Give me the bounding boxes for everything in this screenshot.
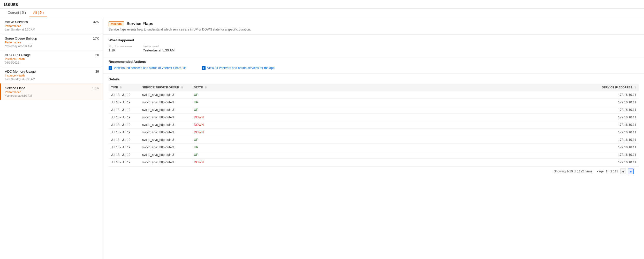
issue-category-1: Performance	[5, 24, 99, 27]
cell-ip-8: 172.16.10.11	[599, 151, 639, 159]
cell-ip-5: 172.16.10.11	[599, 129, 639, 136]
tab-all[interactable]: All ( 5 )	[29, 9, 47, 17]
cell-state-0: UP	[191, 91, 599, 99]
cell-ip-4: 172.16.10.11	[599, 121, 639, 129]
last-occurred-value: Yesterday at 5:30 AM	[143, 48, 175, 52]
main-content: Active Services 32K Performance Last Sun…	[0, 17, 644, 259]
table-row: Jul 18 - Jul 19 svc-lb_srvc_http-bulk-3 …	[109, 151, 639, 159]
issue-name-5: Service Flaps	[5, 86, 25, 90]
cell-state-7: UP	[191, 144, 599, 151]
cell-ip-7: 172.16.10.11	[599, 144, 639, 151]
action-link-2[interactable]: View All Vservers and bound services for…	[202, 66, 275, 70]
prev-page-button[interactable]: ◀	[620, 169, 626, 174]
detail-subtitle: Service flaps events help to understand …	[109, 28, 639, 31]
action-icon-2	[202, 66, 206, 70]
action-link-1[interactable]: View bound services and status of Vserve…	[109, 66, 186, 70]
issue-category-2: Performance	[5, 41, 99, 44]
cell-state-8: UP	[191, 151, 599, 159]
cell-ip-2: 172.16.10.11	[599, 106, 639, 114]
pagination: Page 1 of 113 ◀ ▶	[596, 169, 634, 174]
cell-service-5: svc-lb_srvc_http-bulk-3	[140, 129, 191, 136]
sort-icon-time: ⇅	[120, 86, 122, 89]
cell-time-9: Jul 18 - Jul 19	[109, 159, 140, 166]
occurrences-value: 1.1K	[109, 48, 132, 52]
issue-name-1: Active Services	[5, 20, 28, 24]
details-table: TIME ⇅ SERVICE/SERVICE GROUP ⇅ STATE ⇅	[109, 84, 639, 166]
cell-service-9: svc-lb_srvc_http-bulk-3	[140, 159, 191, 166]
occurrences-stat: No. of occurrences 1.1K	[109, 45, 132, 52]
issue-item-1[interactable]: Active Services 32K Performance Last Sun…	[0, 17, 103, 34]
table-row: Jul 18 - Jul 19 svc-lb_srvc_http-bulk-3 …	[109, 106, 639, 114]
issues-sidebar: Active Services 32K Performance Last Sun…	[0, 17, 103, 259]
cell-state-3: DOWN	[191, 114, 599, 121]
cell-time-3: Jul 18 - Jul 19	[109, 114, 140, 121]
showing-text: Showing 1-10 of 1122 items	[554, 170, 592, 173]
issue-time-1: Last Sunday at 5:30 AM	[5, 28, 99, 31]
table-header-row: TIME ⇅ SERVICE/SERVICE GROUP ⇅ STATE ⇅	[109, 84, 639, 91]
table-row: Jul 18 - Jul 19 svc-lb_srvc_http-bulk-3 …	[109, 99, 639, 106]
issue-count-1: 32K	[93, 20, 99, 24]
details-section: Details TIME ⇅ SERVICE/SERVICE GROUP ⇅	[103, 74, 644, 180]
issue-time-4: Last Sunday at 5:30 AM	[5, 78, 99, 81]
cell-state-2: UP	[191, 106, 599, 114]
issue-time-3: 06/19/2022	[5, 61, 99, 64]
sort-icon-service: ⇅	[181, 86, 183, 89]
col-header-ip[interactable]: SERVICE IP ADDRESS ⇅	[599, 84, 639, 91]
what-happened-section: What Happened No. of occurrences 1.1K La…	[103, 35, 644, 56]
sort-icon-state: ⇅	[205, 86, 207, 89]
cell-ip-0: 172.16.10.11	[599, 91, 639, 99]
cell-state-1: UP	[191, 99, 599, 106]
tab-current[interactable]: Current ( 0 )	[4, 9, 29, 17]
cell-service-2: svc-lb_srvc_http-bulk-3	[140, 106, 191, 114]
page-header: ISSUES	[0, 0, 644, 9]
cell-service-8: svc-lb_srvc_http-bulk-3	[140, 151, 191, 159]
cell-time-8: Jul 18 - Jul 19	[109, 151, 140, 159]
actions-row: View bound services and status of Vserve…	[109, 66, 639, 70]
action-icon-1	[109, 66, 112, 70]
cell-time-0: Jul 18 - Jul 19	[109, 91, 140, 99]
cell-service-7: svc-lb_srvc_http-bulk-3	[140, 144, 191, 151]
issue-item-5[interactable]: Service Flaps 1.1K Performance Yesterday…	[0, 83, 103, 100]
issue-item-2[interactable]: Surge Queue Buildup 17K Performance Yest…	[0, 34, 103, 50]
action-label-1: View bound services and status of Vserve…	[114, 66, 186, 70]
detail-title: Service Flaps	[127, 21, 153, 26]
cell-ip-3: 172.16.10.11	[599, 114, 639, 121]
cell-service-3: svc-lb_srvc_http-bulk-3	[140, 114, 191, 121]
page-label: Page	[596, 170, 604, 173]
col-header-state[interactable]: STATE ⇅	[191, 84, 599, 91]
what-happened-title: What Happened	[109, 38, 639, 42]
severity-badge: Medium	[109, 21, 124, 26]
issue-item-3[interactable]: ADC CPU Usage 20 Instance Health 06/19/2…	[0, 50, 103, 67]
occurrences-label: No. of occurrences	[109, 45, 132, 48]
cell-ip-6: 172.16.10.11	[599, 136, 639, 144]
details-title: Details	[109, 77, 639, 81]
cell-time-5: Jul 18 - Jul 19	[109, 129, 140, 136]
issue-count-3: 20	[95, 53, 99, 57]
issue-count-2: 17K	[93, 36, 99, 40]
issue-time-5: Yesterday at 5:30 AM	[5, 94, 99, 97]
issue-item-4[interactable]: ADC Memory Usage 39 Instance Health Last…	[0, 67, 103, 83]
page-of: of 113	[610, 170, 618, 173]
sort-icon-ip: ⇅	[634, 86, 636, 89]
detail-panel: Medium Service Flaps Service flaps event…	[103, 17, 644, 259]
cell-ip-9: 172.16.10.11	[599, 159, 639, 166]
page-current: 1	[606, 170, 608, 173]
cell-time-1: Jul 18 - Jul 19	[109, 99, 140, 106]
issue-time-2: Yesterday at 5:30 AM	[5, 44, 99, 48]
cell-service-6: svc-lb_srvc_http-bulk-3	[140, 136, 191, 144]
tab-bar: Current ( 0 ) All ( 5 )	[0, 9, 644, 17]
cell-time-2: Jul 18 - Jul 19	[109, 106, 140, 114]
issue-count-5: 1.1K	[92, 86, 99, 90]
cell-state-5: DOWN	[191, 129, 599, 136]
cell-time-6: Jul 18 - Jul 19	[109, 136, 140, 144]
detail-header: Medium Service Flaps Service flaps event…	[103, 17, 644, 35]
issue-category-3: Instance Health	[5, 57, 99, 60]
next-page-button[interactable]: ▶	[628, 169, 634, 174]
table-row: Jul 18 - Jul 19 svc-lb_srvc_http-bulk-3 …	[109, 114, 639, 121]
col-header-service[interactable]: SERVICE/SERVICE GROUP ⇅	[140, 84, 191, 91]
cell-state-6: UP	[191, 136, 599, 144]
table-row: Jul 18 - Jul 19 svc-lb_srvc_http-bulk-3 …	[109, 91, 639, 99]
col-header-time[interactable]: TIME ⇅	[109, 84, 140, 91]
issue-name-3: ADC CPU Usage	[5, 53, 31, 57]
cell-state-4: DOWN	[191, 121, 599, 129]
